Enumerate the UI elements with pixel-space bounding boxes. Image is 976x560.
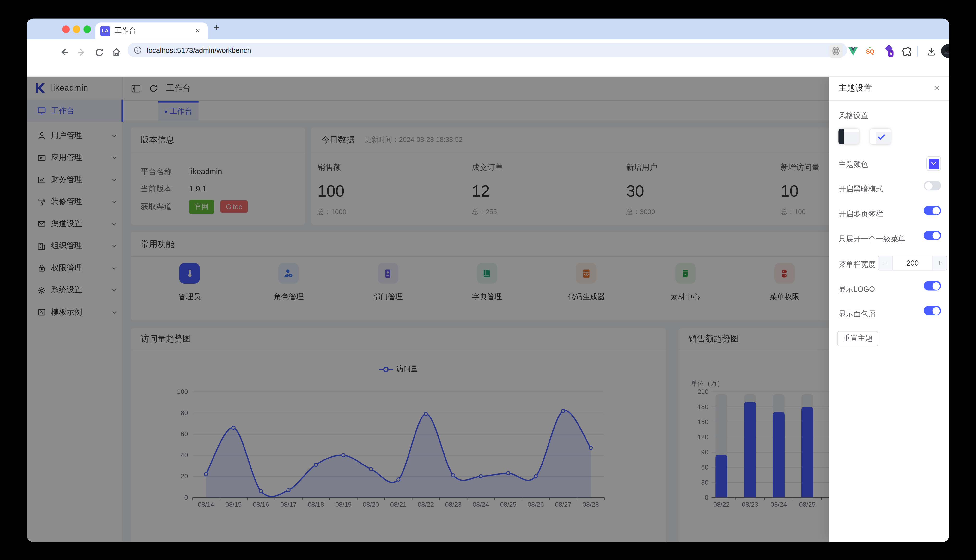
show-breadcrumb-label: 显示面包屑 xyxy=(838,309,876,320)
address-bar[interactable]: localhost:5173/admin/workbench xyxy=(127,43,847,57)
extensions-puzzle-icon[interactable] xyxy=(900,44,914,58)
minimize-window-button[interactable] xyxy=(73,25,80,33)
downloads-icon[interactable] xyxy=(924,44,938,58)
browser-toolbar: localhost:5173/admin/workbench SQ 5 xyxy=(27,39,949,77)
theme-color-picker[interactable] xyxy=(926,156,941,171)
tab-close-icon[interactable]: ✕ xyxy=(192,26,203,35)
drawer-header: 主题设置 ✕ xyxy=(829,77,949,101)
style-setting-label: 风格设置 xyxy=(838,111,868,121)
theme-color-label: 主题颜色 xyxy=(838,159,868,170)
back-icon[interactable] xyxy=(56,44,72,60)
show-breadcrumb-toggle[interactable] xyxy=(924,306,941,315)
react-devtools-extension-icon[interactable] xyxy=(829,44,843,58)
tab-favicon: LA xyxy=(100,26,110,36)
close-icon[interactable]: ✕ xyxy=(934,84,940,93)
multi-tabs-toggle[interactable] xyxy=(924,206,941,215)
menu-width-value[interactable]: 200 xyxy=(892,256,933,270)
show-logo-toggle[interactable] xyxy=(924,281,941,290)
desktop: LA 工作台 ✕ + localhost:5173/admin/workbenc… xyxy=(0,0,976,560)
svg-text:5: 5 xyxy=(889,51,892,56)
site-info-icon[interactable] xyxy=(134,46,142,54)
accordion-menu-toggle[interactable] xyxy=(924,231,941,240)
page-viewport: likeadmin 工作台 用户管理 应用管理 财务管理 xyxy=(27,77,949,542)
dark-mode-label: 开启黑暗模式 xyxy=(838,184,883,195)
multi-tabs-label: 开启多页签栏 xyxy=(838,209,883,220)
browser-tab-bar: LA 工作台 ✕ + xyxy=(27,19,949,39)
profile-avatar[interactable] xyxy=(941,44,949,58)
browser-tab[interactable]: LA 工作台 ✕ xyxy=(95,22,208,39)
drawer-title: 主题设置 xyxy=(838,83,872,94)
layout-style-sidebar-light-option[interactable] xyxy=(870,129,891,145)
squirrel-servers-extension-icon[interactable]: SQ xyxy=(863,44,877,58)
vue-devtools-extension-icon[interactable] xyxy=(846,44,859,58)
close-window-button[interactable] xyxy=(62,25,70,33)
svg-text:SQ: SQ xyxy=(866,48,874,55)
theme-color-swatch xyxy=(928,158,939,169)
decrease-button[interactable]: − xyxy=(878,256,892,270)
accordion-menu-label: 只展开一个一级菜单 xyxy=(838,234,906,245)
increase-button[interactable]: + xyxy=(933,256,947,270)
drawer-overlay[interactable] xyxy=(27,77,949,542)
light-sidebar-preview xyxy=(870,129,876,145)
home-icon[interactable] xyxy=(108,44,124,60)
forward-icon[interactable] xyxy=(74,44,90,60)
layout-style-sidebar-dark-option[interactable] xyxy=(838,129,859,145)
reset-theme-button[interactable]: 重置主题 xyxy=(837,331,878,347)
purple-badge-extension-icon[interactable]: 5 xyxy=(882,44,896,58)
new-tab-button[interactable]: + xyxy=(214,22,219,33)
menu-width-stepper: − 200 + xyxy=(877,255,947,270)
header-preview xyxy=(844,129,859,133)
tab-title: 工作台 xyxy=(115,26,193,35)
theme-settings-drawer: 主题设置 ✕ 风格设置 主题颜色 开启黑暗模式 开启多页签栏 xyxy=(829,77,949,542)
maximize-window-button[interactable] xyxy=(84,25,91,33)
header-preview xyxy=(876,129,891,133)
dark-mode-toggle[interactable] xyxy=(924,181,941,190)
browser-window: LA 工作台 ✕ + localhost:5173/admin/workbenc… xyxy=(27,19,949,542)
reload-icon[interactable] xyxy=(91,44,107,60)
chevron-down-icon xyxy=(931,161,937,166)
menu-width-label: 菜单栏宽度 xyxy=(838,259,876,270)
show-logo-label: 显示LOGO xyxy=(838,284,875,295)
check-icon xyxy=(877,133,886,141)
dark-sidebar-preview xyxy=(838,129,844,145)
url-text[interactable]: localhost:5173/admin/workbench xyxy=(147,46,832,54)
toolbar-separator xyxy=(918,46,918,57)
